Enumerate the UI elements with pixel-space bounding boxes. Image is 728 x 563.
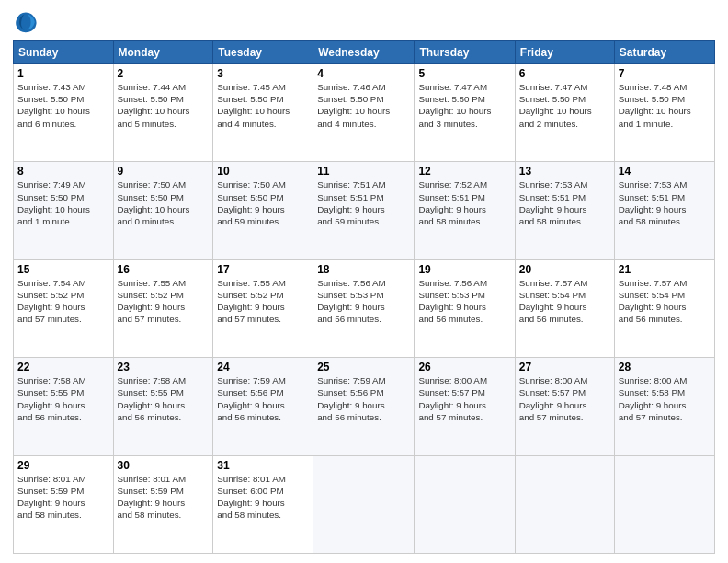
day-number: 28 bbox=[619, 361, 711, 373]
day-number: 30 bbox=[118, 459, 210, 472]
calendar-day-header: Monday bbox=[113, 41, 213, 64]
calendar-day-cell bbox=[515, 455, 614, 553]
day-number: 11 bbox=[317, 165, 410, 178]
day-number: 3 bbox=[217, 67, 309, 80]
calendar-day-cell: 24Sunrise: 7:59 AM Sunset: 5:56 PM Dayli… bbox=[213, 358, 313, 455]
calendar-day-cell bbox=[313, 455, 415, 553]
calendar-day-cell: 2Sunrise: 7:44 AM Sunset: 5:50 PM Daylig… bbox=[113, 64, 213, 162]
calendar-day-cell: 10Sunrise: 7:50 AM Sunset: 5:50 PM Dayli… bbox=[213, 162, 313, 259]
day-number: 14 bbox=[619, 165, 711, 178]
day-info: Sunrise: 7:51 AM Sunset: 5:51 PM Dayligh… bbox=[317, 178, 410, 227]
day-info: Sunrise: 7:59 AM Sunset: 5:56 PM Dayligh… bbox=[317, 374, 410, 423]
calendar-day-cell: 9Sunrise: 7:50 AM Sunset: 5:50 PM Daylig… bbox=[113, 162, 213, 259]
day-info: Sunrise: 7:49 AM Sunset: 5:50 PM Dayligh… bbox=[17, 178, 109, 227]
day-info: Sunrise: 7:50 AM Sunset: 5:50 PM Dayligh… bbox=[118, 178, 210, 227]
day-number: 17 bbox=[217, 263, 309, 276]
calendar-day-cell: 5Sunrise: 7:47 AM Sunset: 5:50 PM Daylig… bbox=[415, 64, 515, 162]
calendar-day-header: Friday bbox=[515, 41, 614, 64]
calendar-week-row: 22Sunrise: 7:58 AM Sunset: 5:55 PM Dayli… bbox=[14, 358, 715, 455]
calendar-day-cell: 3Sunrise: 7:45 AM Sunset: 5:50 PM Daylig… bbox=[213, 64, 313, 162]
day-number: 29 bbox=[17, 459, 109, 472]
day-info: Sunrise: 7:46 AM Sunset: 5:50 PM Dayligh… bbox=[317, 81, 410, 130]
day-info: Sunrise: 7:58 AM Sunset: 5:55 PM Dayligh… bbox=[118, 374, 210, 423]
calendar-day-cell: 31Sunrise: 8:01 AM Sunset: 6:00 PM Dayli… bbox=[213, 455, 313, 553]
day-number: 16 bbox=[118, 263, 210, 276]
calendar-day-cell: 6Sunrise: 7:47 AM Sunset: 5:50 PM Daylig… bbox=[515, 64, 614, 162]
calendar-day-cell: 17Sunrise: 7:55 AM Sunset: 5:52 PM Dayli… bbox=[213, 259, 313, 357]
calendar-day-cell: 1Sunrise: 7:43 AM Sunset: 5:50 PM Daylig… bbox=[14, 64, 114, 162]
day-info: Sunrise: 8:00 AM Sunset: 5:57 PM Dayligh… bbox=[519, 374, 610, 423]
day-number: 19 bbox=[418, 263, 510, 276]
calendar-day-cell: 16Sunrise: 7:55 AM Sunset: 5:52 PM Dayli… bbox=[113, 259, 213, 357]
day-number: 12 bbox=[418, 165, 510, 178]
day-info: Sunrise: 7:55 AM Sunset: 5:52 PM Dayligh… bbox=[217, 277, 309, 326]
day-number: 21 bbox=[619, 263, 711, 276]
day-number: 6 bbox=[519, 67, 610, 80]
day-number: 7 bbox=[619, 67, 711, 80]
calendar-day-cell: 15Sunrise: 7:54 AM Sunset: 5:52 PM Dayli… bbox=[14, 259, 114, 357]
day-info: Sunrise: 8:01 AM Sunset: 5:59 PM Dayligh… bbox=[118, 473, 210, 522]
calendar-week-row: 8Sunrise: 7:49 AM Sunset: 5:50 PM Daylig… bbox=[14, 162, 715, 259]
calendar-day-cell: 22Sunrise: 7:58 AM Sunset: 5:55 PM Dayli… bbox=[14, 358, 114, 455]
day-number: 24 bbox=[217, 361, 309, 373]
calendar-day-cell: 18Sunrise: 7:56 AM Sunset: 5:53 PM Dayli… bbox=[313, 259, 415, 357]
calendar-day-cell: 11Sunrise: 7:51 AM Sunset: 5:51 PM Dayli… bbox=[313, 162, 415, 259]
day-info: Sunrise: 7:58 AM Sunset: 5:55 PM Dayligh… bbox=[17, 374, 109, 423]
calendar-day-cell: 21Sunrise: 7:57 AM Sunset: 5:54 PM Dayli… bbox=[614, 259, 714, 357]
day-info: Sunrise: 7:53 AM Sunset: 5:51 PM Dayligh… bbox=[619, 178, 711, 227]
calendar-day-cell: 25Sunrise: 7:59 AM Sunset: 5:56 PM Dayli… bbox=[313, 358, 415, 455]
calendar-day-cell: 14Sunrise: 7:53 AM Sunset: 5:51 PM Dayli… bbox=[614, 162, 714, 259]
day-info: Sunrise: 7:57 AM Sunset: 5:54 PM Dayligh… bbox=[519, 277, 610, 326]
day-info: Sunrise: 7:44 AM Sunset: 5:50 PM Dayligh… bbox=[118, 81, 210, 130]
day-info: Sunrise: 7:56 AM Sunset: 5:53 PM Dayligh… bbox=[418, 277, 510, 326]
day-number: 15 bbox=[17, 263, 109, 276]
calendar-week-row: 15Sunrise: 7:54 AM Sunset: 5:52 PM Dayli… bbox=[14, 259, 715, 357]
day-number: 10 bbox=[217, 165, 309, 178]
day-info: Sunrise: 7:47 AM Sunset: 5:50 PM Dayligh… bbox=[519, 81, 610, 130]
calendar-day-header: Wednesday bbox=[313, 41, 415, 64]
calendar-day-cell: 23Sunrise: 7:58 AM Sunset: 5:55 PM Dayli… bbox=[113, 358, 213, 455]
calendar-day-cell: 7Sunrise: 7:48 AM Sunset: 5:50 PM Daylig… bbox=[614, 64, 714, 162]
day-info: Sunrise: 7:56 AM Sunset: 5:53 PM Dayligh… bbox=[317, 277, 410, 326]
day-info: Sunrise: 8:01 AM Sunset: 6:00 PM Dayligh… bbox=[217, 473, 309, 522]
calendar-day-cell bbox=[614, 455, 714, 553]
calendar-day-header: Thursday bbox=[415, 41, 515, 64]
day-number: 8 bbox=[17, 165, 109, 178]
day-number: 20 bbox=[519, 263, 610, 276]
day-info: Sunrise: 8:00 AM Sunset: 5:58 PM Dayligh… bbox=[619, 374, 711, 423]
page-container: SundayMondayTuesdayWednesdayThursdayFrid… bbox=[0, 0, 728, 563]
day-info: Sunrise: 7:57 AM Sunset: 5:54 PM Dayligh… bbox=[619, 277, 711, 326]
day-number: 25 bbox=[317, 361, 410, 373]
day-number: 2 bbox=[118, 67, 210, 80]
calendar-day-cell: 19Sunrise: 7:56 AM Sunset: 5:53 PM Dayli… bbox=[415, 259, 515, 357]
day-info: Sunrise: 7:54 AM Sunset: 5:52 PM Dayligh… bbox=[17, 277, 109, 326]
day-info: Sunrise: 7:53 AM Sunset: 5:51 PM Dayligh… bbox=[519, 178, 610, 227]
day-number: 27 bbox=[519, 361, 610, 373]
day-number: 26 bbox=[418, 361, 510, 373]
day-number: 23 bbox=[118, 361, 210, 373]
calendar-day-header: Sunday bbox=[14, 41, 114, 64]
day-number: 1 bbox=[17, 67, 109, 80]
day-info: Sunrise: 7:48 AM Sunset: 5:50 PM Dayligh… bbox=[619, 81, 711, 130]
day-info: Sunrise: 7:45 AM Sunset: 5:50 PM Dayligh… bbox=[217, 81, 309, 130]
day-info: Sunrise: 7:59 AM Sunset: 5:56 PM Dayligh… bbox=[217, 374, 309, 423]
calendar-day-cell: 13Sunrise: 7:53 AM Sunset: 5:51 PM Dayli… bbox=[515, 162, 614, 259]
day-number: 31 bbox=[217, 459, 309, 472]
day-number: 9 bbox=[118, 165, 210, 178]
calendar-day-cell: 12Sunrise: 7:52 AM Sunset: 5:51 PM Dayli… bbox=[415, 162, 515, 259]
calendar-header-row: SundayMondayTuesdayWednesdayThursdayFrid… bbox=[14, 41, 715, 64]
calendar-day-cell: 4Sunrise: 7:46 AM Sunset: 5:50 PM Daylig… bbox=[313, 64, 415, 162]
day-info: Sunrise: 7:47 AM Sunset: 5:50 PM Dayligh… bbox=[418, 81, 510, 130]
calendar-day-cell bbox=[415, 455, 515, 553]
calendar-day-cell: 29Sunrise: 8:01 AM Sunset: 5:59 PM Dayli… bbox=[14, 455, 114, 553]
logo-icon bbox=[13, 9, 39, 35]
calendar-day-cell: 28Sunrise: 8:00 AM Sunset: 5:58 PM Dayli… bbox=[614, 358, 714, 455]
calendar-day-cell: 8Sunrise: 7:49 AM Sunset: 5:50 PM Daylig… bbox=[14, 162, 114, 259]
calendar-week-row: 29Sunrise: 8:01 AM Sunset: 5:59 PM Dayli… bbox=[14, 455, 715, 553]
calendar-day-header: Saturday bbox=[614, 41, 714, 64]
day-info: Sunrise: 8:00 AM Sunset: 5:57 PM Dayligh… bbox=[418, 374, 510, 423]
calendar-day-cell: 30Sunrise: 8:01 AM Sunset: 5:59 PM Dayli… bbox=[113, 455, 213, 553]
day-number: 18 bbox=[317, 263, 410, 276]
calendar-day-cell: 27Sunrise: 8:00 AM Sunset: 5:57 PM Dayli… bbox=[515, 358, 614, 455]
day-info: Sunrise: 7:52 AM Sunset: 5:51 PM Dayligh… bbox=[418, 178, 510, 227]
